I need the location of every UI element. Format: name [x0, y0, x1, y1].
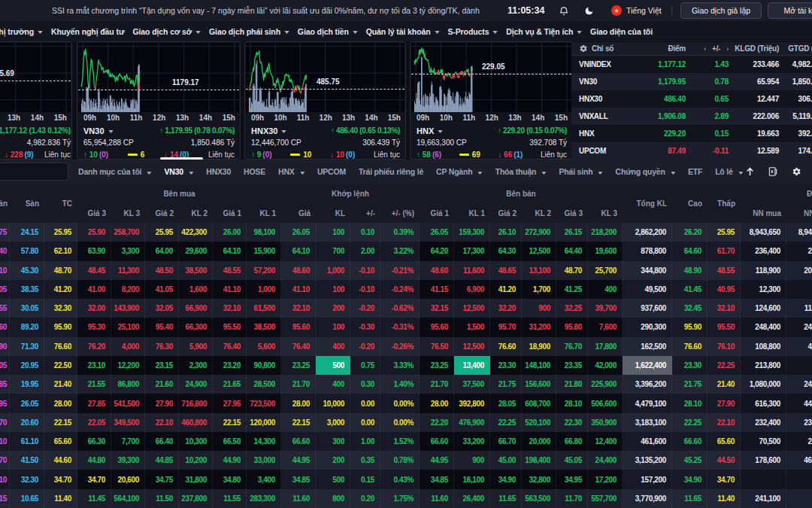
- col-header-floor[interactable]: Sàn: [10, 184, 44, 223]
- col-header-ceiling[interactable]: Trần: [0, 184, 10, 223]
- tab-hnx[interactable]: HNX▼: [272, 167, 311, 176]
- col-header-b3p[interactable]: Giá 3: [77, 203, 111, 223]
- index-col-point[interactable]: Điểm: [654, 44, 686, 53]
- bell-icon[interactable]: [559, 5, 569, 17]
- scroll-top-icon[interactable]: [745, 166, 755, 177]
- index-col-gtgd[interactable]: GTGD (Tỷ): [779, 44, 812, 53]
- index-col-change[interactable]: ‹+/-›: [686, 44, 729, 53]
- cell-b1v: 57,200: [247, 261, 281, 280]
- news-ticker[interactable]: SSI ra mắt chương trình “Tận dụng vốn va…: [52, 0, 486, 21]
- col-header-mv[interactable]: KL: [316, 203, 350, 223]
- col-header-s1p[interactable]: Giá 1: [420, 203, 454, 223]
- time-label: 15h: [223, 114, 235, 125]
- tab-tr-i-phi-u-ri-ng-l-[interactable]: Trái phiếu riêng lẻ: [352, 167, 429, 176]
- index-selector[interactable]: VN30▼: [83, 126, 113, 135]
- cell-s1v: 13,400: [454, 356, 490, 375]
- cell-s2p: 23.30: [490, 356, 522, 375]
- prev-columns-icon[interactable]: ‹: [704, 45, 706, 53]
- menu-item-2[interactable]: Giao dịch cơ sở▼: [129, 27, 205, 36]
- price-row[interactable]: 70.1061.1065.6066.307,70066.4010,30066.5…: [0, 432, 812, 451]
- menu-item-8[interactable]: Giao diện của tôi: [586, 27, 657, 36]
- price-row[interactable]: 34.5530.0532.3032.00143,90032.0566,90032…: [0, 299, 812, 318]
- price-row[interactable]: 23.7020.6022.1522.05349,50022.10460,8002…: [0, 413, 812, 432]
- cell-fsell: 242,900: [786, 375, 812, 394]
- col-header-b1p[interactable]: Giá 1: [213, 203, 247, 223]
- col-header-b3v[interactable]: KL 3: [111, 203, 145, 223]
- tab-etf[interactable]: ETF: [681, 167, 708, 176]
- tab-cp-ng-nh[interactable]: CP Ngành▼: [430, 167, 489, 176]
- col-header-s3v[interactable]: KL 3: [588, 203, 623, 223]
- tab-ph-i-sinh[interactable]: Phái sinh▼: [553, 167, 609, 176]
- menu-item-0[interactable]: Thị trường▼: [0, 27, 47, 36]
- index-row-hnx30[interactable]: HNX30 486.40 0.65 12.447 306.439: [571, 90, 812, 108]
- menu-item-3[interactable]: Giao dịch phái sinh▼: [205, 27, 294, 36]
- cell-floor: 10.65: [10, 489, 44, 508]
- open-account-button[interactable]: Mở tài khoản: [768, 2, 812, 19]
- menu-item-1[interactable]: Khuyến nghị đầu tư: [47, 27, 129, 36]
- price-row[interactable]: 102.6089.2095.9095.3025,10095.4066,30095…: [0, 318, 812, 336]
- menu-item-6[interactable]: S-Products▼: [444, 27, 502, 36]
- col-header-high[interactable]: Cao: [672, 184, 707, 223]
- price-row[interactable]: 52.1045.3048.7048.4511,30048.5038,50048.…: [0, 261, 812, 280]
- menu-item-label: Giao diện của tôi: [590, 27, 653, 36]
- col-header-chg[interactable]: +/-: [350, 203, 380, 223]
- board-settings-gear-icon[interactable]: [791, 166, 801, 177]
- price-row[interactable]: 24.0520.9522.5023.1012,20023.152,30023.2…: [0, 356, 812, 375]
- col-header-total[interactable]: Tổng KL: [623, 184, 672, 223]
- col-header-b1v[interactable]: KL 1: [247, 203, 281, 223]
- menu-item-4[interactable]: Giao dịch tiền▼: [293, 27, 362, 36]
- chevron-down-icon: ▼: [146, 170, 153, 175]
- price-row[interactable]: 29.9526.0528.0027.85541,50027.90716,8002…: [0, 394, 812, 412]
- price-row[interactable]: 81.9071.3076.6076.204,00076.305,90076.40…: [0, 337, 812, 356]
- cell-b3p: 11.45: [77, 489, 111, 508]
- price-row[interactable]: 47.7041.5044.6044.8039,30044.8510,20044.…: [0, 451, 812, 470]
- tab-l-l-[interactable]: Lô lẻ▼: [709, 167, 750, 176]
- col-header-fbuy[interactable]: NN mua: [741, 203, 786, 223]
- col-header-low[interactable]: Thấp: [707, 184, 741, 223]
- tab-vn30[interactable]: VN30▼: [158, 167, 200, 176]
- index-row-hnx[interactable]: HNX 229.20 0.15 19.663 392.708: [571, 125, 812, 142]
- tab-hnx30[interactable]: HNX30: [200, 167, 238, 176]
- index-selector[interactable]: HNX30▼: [251, 126, 286, 135]
- col-header-b2v[interactable]: KL 2: [179, 203, 213, 223]
- dark-mode-moon-icon[interactable]: [584, 6, 594, 16]
- price-row[interactable]: 37.1032.3034.7034.7020,60034.7531,80034.…: [0, 470, 812, 488]
- price-row[interactable]: 66.4057.8062.1063.903,30064.0029,60064.1…: [0, 242, 812, 260]
- col-header-tc[interactable]: TC: [44, 184, 77, 223]
- menu-item-5[interactable]: Quản lý tài khoản▼: [362, 27, 444, 36]
- col-header-s2p[interactable]: Giá 2: [490, 203, 522, 223]
- index-selector[interactable]: HNX▼: [417, 126, 443, 135]
- tab-th-a-thu-n[interactable]: Thỏa thuận▼: [489, 167, 553, 176]
- tab-label: ETF: [688, 167, 702, 176]
- col-header-b2p[interactable]: Giá 2: [145, 203, 179, 223]
- gear-icon[interactable]: [578, 44, 588, 53]
- col-header-pct[interactable]: +/- (%): [380, 203, 420, 223]
- cell-s3v: 17,200: [588, 470, 623, 488]
- col-header-mp[interactable]: Giá: [281, 203, 316, 223]
- col-header-s2v[interactable]: KL 2: [522, 203, 556, 223]
- index-row-vn30[interactable]: VN30 1,179.95 0.78 65.954 1,850.486: [571, 73, 812, 90]
- col-header-fsell[interactable]: NN bán: [786, 203, 812, 223]
- menu-item-7[interactable]: Dịch vụ & Tiện ích▼: [502, 27, 586, 36]
- cell-fsell: [786, 489, 812, 508]
- col-header-s3p[interactable]: Giá 3: [556, 203, 588, 223]
- symbol-search-input[interactable]: [0, 163, 68, 181]
- price-row[interactable]: 27.7524.1525.9525.90258,70025.95422,3002…: [0, 223, 812, 242]
- price-row[interactable]: 44.0538.3541.2041.008,20041.051,60041.10…: [0, 280, 812, 299]
- index-row-vnindex[interactable]: VNINDEX 1,177.12 1.43 233.466 4,982.836: [571, 56, 812, 73]
- cell-mv: 700: [316, 242, 350, 260]
- tab-danh-m-c-c-a-t-i[interactable]: Danh mục của tôi▼: [72, 167, 159, 176]
- index-row-vnxall[interactable]: VNXALL 1,906.08 2.89 222.006 5,119.354: [571, 108, 812, 125]
- tab-upcom[interactable]: UPCOM: [311, 167, 352, 176]
- tab-hose[interactable]: HOSE: [238, 167, 272, 176]
- export-excel-icon[interactable]: [768, 166, 778, 177]
- price-row[interactable]: 12.1510.6511.4011.45564,10011.50237,8001…: [0, 489, 812, 508]
- price-row[interactable]: 22.8519.9521.4021.5586,80021.6024,90021.…: [0, 375, 812, 394]
- language-label[interactable]: Tiếng Việt: [626, 0, 662, 21]
- col-header-s1v[interactable]: KL 1: [454, 203, 490, 223]
- tab-ch-ng-quy-n[interactable]: Chứng quyền▼: [609, 167, 681, 176]
- index-col-klgd[interactable]: KLGD (Triệu): [729, 44, 779, 53]
- paper-trading-button[interactable]: Giao dịch giả lập: [680, 2, 762, 19]
- index-row-upcom[interactable]: UPCOM 87.49 -0.11 12.589 174.638: [571, 142, 812, 160]
- index-klgd: 65.954: [729, 78, 779, 86]
